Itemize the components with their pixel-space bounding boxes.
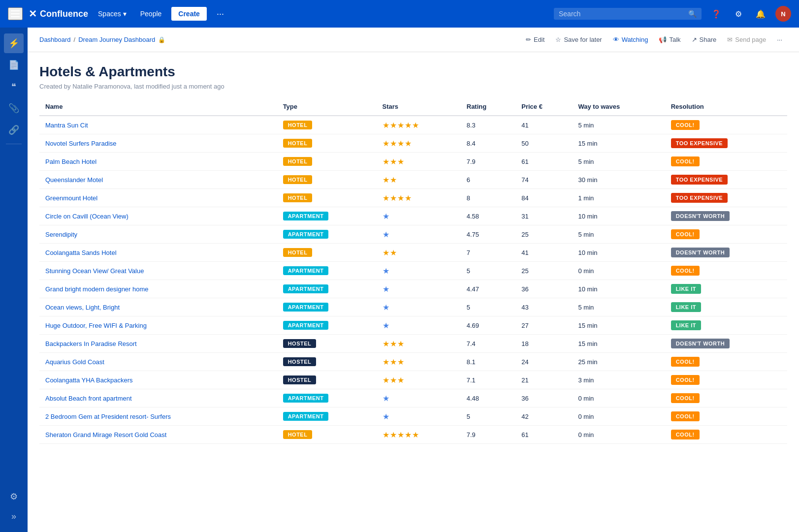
star-blue: ★ [383,212,389,220]
table-row: Mantra Sun Cit HOTEL ★★★★★ 8.3 41 5 min … [39,116,787,134]
stars-gold: ★★★★★ [383,121,419,129]
cell-name: Huge Outdoor, Free WIFI & Parking [39,316,277,335]
talk-button[interactable]: 📢 Talk [654,33,685,46]
search-icon: 🔍 [688,10,697,18]
type-badge: APARTMENT [283,230,329,239]
stars-gold: ★★★★ [383,194,412,202]
cell-rating: 4.47 [461,280,515,298]
property-link[interactable]: Stunning Ocean View/ Great Value [45,267,144,275]
page-meta: Created by Natalie Paramonova, last modi… [39,83,787,90]
col-price: Price € [515,98,572,116]
cell-resolution: COOL! [665,153,787,171]
sidebar-item-settings[interactable]: ⚙ [4,487,24,506]
property-link[interactable]: Circle on Cavill (Ocean View) [45,213,128,220]
property-link[interactable]: Coolangatta YHA Backpackers [45,376,133,384]
property-link[interactable]: Serendipity [45,231,77,238]
type-badge: APARTMENT [283,412,329,421]
cell-waves: 15 min [573,335,665,353]
type-badge: HOTEL [283,139,313,148]
sidebar-item-links[interactable]: 🔗 [4,120,24,140]
cell-waves: 0 min [573,407,665,426]
save-for-later-button[interactable]: ☆ Save for later [550,33,607,46]
property-link[interactable]: Queenslander Motel [45,176,103,184]
page-content: Dashboard / Dream Journey Dashboard 🔒 ✏ … [28,28,799,532]
type-badge: APARTMENT [283,284,329,293]
cell-name: Coolangatta Sands Hotel [39,244,277,262]
property-link[interactable]: Sheraton Grand Mirage Resort Gold Coast [45,431,166,438]
property-link[interactable]: Mantra Sun Cit [45,122,88,129]
type-badge: APARTMENT [283,303,329,312]
main-layout: ⚡ 📄 ❝ 📎 🔗 ⚙ » Dashboard / [0,28,799,532]
property-link[interactable]: 2 Bedroom Gem at President resort- Surfe… [45,413,171,420]
table-row: Coolangatta YHA Backpackers HOSTEL ★★★ 7… [39,371,787,389]
cell-waves: 0 min [573,262,665,280]
cell-stars: ★★★ [377,335,461,353]
settings-button[interactable]: ⚙ [731,7,746,21]
avatar[interactable]: N [775,6,791,22]
spaces-menu[interactable]: Spaces ▾ [94,8,130,20]
cell-resolution: LIKE IT [665,298,787,316]
breadcrumb-dashboard[interactable]: Dashboard [39,36,71,43]
sidebar-item-pages[interactable]: 📄 [4,55,24,75]
cell-rating: 7 [461,244,515,262]
cell-rating: 5 [461,298,515,316]
property-link[interactable]: Backpackers In Paradise Resort [45,340,137,347]
property-link[interactable]: Novotel Surfers Paradise [45,140,117,147]
email-icon: ✉ [727,36,733,43]
cell-type: APARTMENT [277,207,377,225]
cell-name: Greenmount Hotel [39,189,277,207]
send-page-button[interactable]: ✉ Send page [722,33,771,46]
cell-resolution: DOESN'T WORTH [665,207,787,225]
search-input[interactable] [559,10,684,18]
cell-stars: ★ [377,407,461,426]
cell-resolution: DOESN'T WORTH [665,335,787,353]
cell-price: 25 [515,262,572,280]
help-button[interactable]: ❓ [707,7,725,21]
star-icon: ☆ [555,36,561,43]
hamburger-button[interactable] [8,7,23,20]
sidebar-bottom: ⚙ » [4,487,24,526]
cell-type: HOTEL [277,171,377,189]
cell-price: 18 [515,335,572,353]
sidebar-item-home[interactable]: ⚡ [4,33,24,53]
share-button[interactable]: ↗ Share [687,33,722,46]
property-link[interactable]: Aquarius Gold Coast [45,358,104,366]
sidebar-item-attachments[interactable]: 📎 [4,98,24,118]
people-nav[interactable]: People [136,8,166,20]
watching-button[interactable]: 👁 Watching [608,33,653,46]
page-more-button[interactable]: ··· [772,33,787,46]
notifications-button[interactable]: 🔔 [752,7,769,21]
edit-button[interactable]: ✏ Edit [521,33,549,46]
table-row: Novotel Surfers Paradise HOTEL ★★★★ 8.4 … [39,134,787,153]
confluence-logo[interactable]: ✕ Confluence [29,8,88,20]
cell-type: APARTMENT [277,280,377,298]
property-link[interactable]: Greenmount Hotel [45,194,97,202]
cell-resolution: TOO EXPENSIVE [665,171,787,189]
resolution-badge: COOL! [671,430,700,439]
create-button[interactable]: Create [171,7,207,21]
more-options-button[interactable]: ··· [213,7,228,21]
cell-name: Grand bright modern designer home [39,280,277,298]
breadcrumb-current[interactable]: Dream Journey Dashboard [78,36,155,43]
cell-stars: ★★ [377,171,461,189]
property-link[interactable]: Absolut Beach front apartment [45,395,132,402]
property-link[interactable]: Ocean views, Light, Bright [45,304,120,311]
blog-icon: ❝ [11,81,16,92]
cell-price: 36 [515,389,572,407]
resolution-badge: TOO EXPENSIVE [671,175,728,185]
sidebar-item-expand[interactable]: » [4,506,24,526]
cell-price: 61 [515,426,572,444]
property-link[interactable]: Huge Outdoor, Free WIFI & Parking [45,322,147,329]
property-link[interactable]: Grand bright modern designer home [45,285,149,293]
property-link[interactable]: Palm Beach Hotel [45,158,96,165]
table-row: Greenmount Hotel HOTEL ★★★★ 8 84 1 min T… [39,189,787,207]
type-badge: HOTEL [283,175,313,184]
table-row: Grand bright modern designer home APARTM… [39,280,787,298]
property-link[interactable]: Coolangatta Sands Hotel [45,249,117,256]
cell-resolution: COOL! [665,262,787,280]
cell-resolution: LIKE IT [665,280,787,298]
cell-waves: 5 min [573,153,665,171]
cell-name: Sheraton Grand Mirage Resort Gold Coast [39,426,277,444]
sidebar-item-blog[interactable]: ❝ [4,77,24,96]
cell-rating: 8.1 [461,353,515,371]
